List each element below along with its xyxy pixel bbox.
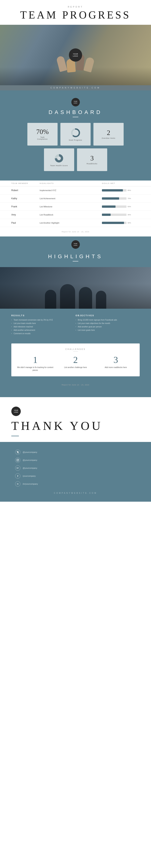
progress-pct: 85% (127, 189, 132, 191)
member-highlight: Implemented XYZ (40, 189, 102, 191)
member-name: Kathy (11, 197, 40, 200)
member-highlight: List Milestone (40, 206, 102, 208)
hero-website: COMPANYWEBSITE.COM (0, 85, 151, 90)
highlights-title: HIGHLIGHTS (0, 253, 151, 259)
progress-bar-wrapper: 90% (102, 222, 140, 224)
thankyou-logo: YOUR LOGO (11, 407, 21, 416)
goal-progress-donut (70, 128, 81, 138)
challenge-text-1: We didn't manage to fix tracking for con… (17, 366, 53, 372)
footer-website: COMPANYWEBSITE.COM (15, 489, 136, 496)
dashboard-section: YOUR LOGO DASHBOARD 70% TaskCompletion G… (0, 90, 151, 181)
social-item-facebook: f /yourcompany (15, 473, 136, 478)
table-header: TEAM MEMBER HIGHLIGHTS GOALS MET (0, 181, 151, 186)
results-objectives: RESULTS Team increased conversion rate b… (0, 309, 151, 340)
table-footer: Report for June 14 - 15, 2024 (0, 227, 151, 237)
results-item-0: Team increased conversion rate by 3% by … (11, 319, 72, 321)
challenge-item-1: 1 We didn't manage to fix tracking for c… (17, 355, 53, 372)
highlights-logo-wrap: YOUR LOGO (0, 237, 151, 253)
dashboard-cards-row2: Team Health Score 3 Roadblocks (11, 148, 140, 171)
objectives-item-1: List your main objectives for the month (75, 322, 136, 324)
dashboard-underline (73, 117, 78, 117)
progress-pct: 35% (127, 214, 132, 216)
progress-pct: 55% (127, 206, 132, 208)
member-name: Frank (11, 205, 40, 208)
results-column: RESULTS Team increased conversion rate b… (11, 314, 75, 336)
challenge-text-3: Add more roadblocks here (98, 366, 134, 369)
team-health-label: Team Health Score (50, 165, 68, 166)
challenge-number-2: 2 (57, 355, 93, 365)
facebook-icon[interactable]: f (15, 473, 21, 478)
progress-bar-fill (102, 222, 124, 224)
facebook-handle: /yourcompany (23, 475, 36, 477)
results-item-2: Add milestone reached (11, 326, 72, 328)
footer-section: @yourcompany @yourcompany G+ @yourcompan… (0, 442, 151, 502)
member-highlight: List Roadblock (40, 214, 102, 216)
progress-bar-fill (102, 189, 123, 191)
svg-rect-4 (16, 459, 19, 461)
social-item-linkedin: in /in/yourcompany (15, 481, 136, 487)
challenge-text-2: List another challenge here (57, 366, 93, 369)
objectives-item-0: Bring 10,000 more signups from Facebook … (75, 319, 136, 321)
progress-bar-bg (102, 214, 126, 216)
member-name: Amy (11, 213, 40, 216)
thankyou-section: YOUR LOGO THANK YOU (0, 397, 151, 442)
objectives-column: OBJECTIVES Bring 10,000 more signups fro… (75, 314, 140, 336)
overdue-items-value: 2 (107, 129, 110, 136)
linkedin-handle: /in/yourcompany (23, 483, 38, 485)
instagram-icon[interactable] (15, 458, 21, 463)
challenges-wrapper: CHALLENGES 1 We didn't manage to fix tra… (11, 343, 140, 376)
member-highlight: List Achievement (40, 197, 102, 199)
twitter-handle: @yourcompany (23, 451, 37, 453)
progress-bar-fill (102, 214, 111, 216)
member-highlight: List Another Highlight (40, 222, 102, 224)
roadblocks-value: 3 (90, 155, 94, 162)
challenges-grid: 1 We didn't manage to fix tracking for c… (17, 355, 134, 372)
overdue-items-card: 2 Overdue Items (93, 123, 124, 146)
dashboard-title: DASHBOARD (11, 109, 140, 115)
table-section: TEAM MEMBER HIGHLIGHTS GOALS MET Robert … (0, 181, 151, 237)
roadblocks-label: Roadblocks (87, 163, 98, 165)
progress-bar-bg (102, 189, 126, 191)
svg-point-6 (18, 459, 18, 460)
report-label: REPORT (0, 6, 151, 8)
results-item-3: Add another achievement (11, 329, 72, 331)
table-row: Amy List Roadblock 35% (0, 211, 151, 219)
social-item-googleplus: G+ @yourcompany (15, 465, 136, 471)
challenge-item-3: 3 Add more roadblocks here (98, 355, 134, 372)
progress-bar-bg (102, 206, 126, 208)
googleplus-icon[interactable]: G+ (15, 465, 21, 471)
thankyou-accent (11, 436, 19, 436)
progress-bar-fill (102, 206, 115, 208)
challenges-title: CHALLENGES (17, 348, 134, 350)
progress-bar-wrapper: 35% (102, 214, 140, 216)
member-name: Paul (11, 221, 40, 224)
team-health-card: Team Health Score (44, 148, 74, 171)
results-item-4: Comment on results (11, 333, 72, 335)
dashboard-logo: YOUR LOGO (71, 98, 80, 106)
linkedin-icon[interactable]: in (15, 481, 21, 487)
progress-bar-bg (102, 197, 126, 199)
dashboard-cards-row1: 70% TaskCompletion Goal Progress 2 Overd… (11, 123, 140, 146)
member-name: Robert (11, 189, 40, 192)
progress-bar-wrapper: 55% (102, 206, 140, 208)
table-row: Kathy List Achievement 70% (0, 194, 151, 203)
social-item-twitter: @yourcompany (15, 450, 136, 455)
team-health-pie (54, 153, 64, 163)
task-completion-value: 70% (36, 128, 49, 135)
roadblocks-card: 3 Roadblocks (77, 148, 107, 171)
progress-bar-fill (102, 197, 119, 199)
table-row: Frank List Milestone 55% (0, 203, 151, 211)
col-team-member: TEAM MEMBER (11, 182, 40, 184)
instagram-handle: @yourcompany (23, 459, 37, 461)
goal-progress-label: Goal Progress (69, 139, 82, 141)
highlights-image (0, 267, 151, 309)
highlights-section: YOUR LOGO HIGHLIGHTS RESULTS Team increa… (0, 237, 151, 397)
googleplus-handle: @yourcompany (23, 467, 37, 469)
highlights-footer: Report for June 14 - 15, 2024 (0, 380, 151, 390)
social-item-instagram: @yourcompany (15, 458, 136, 463)
objectives-item-3: List more goals here (75, 329, 136, 331)
twitter-icon[interactable] (15, 450, 21, 455)
challenge-number-1: 1 (17, 355, 53, 365)
progress-pct: 70% (127, 197, 132, 199)
highlights-logo: YOUR LOGO (71, 240, 80, 249)
